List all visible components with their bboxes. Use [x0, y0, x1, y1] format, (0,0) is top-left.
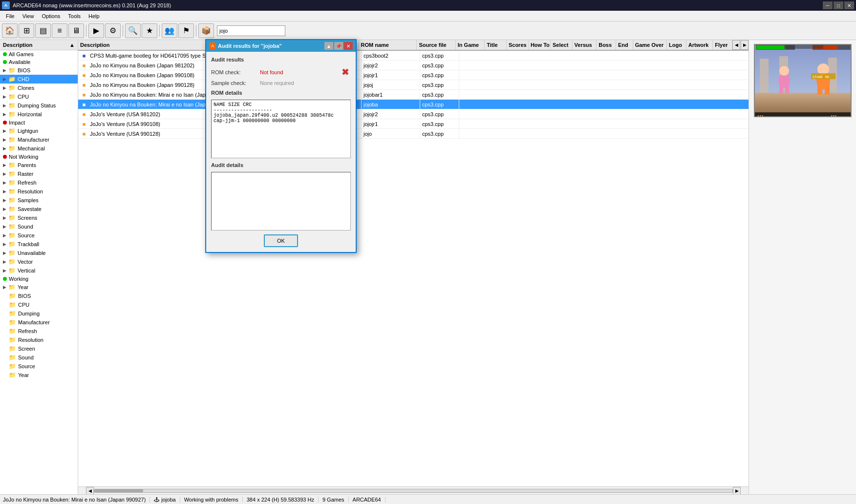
col-header-source[interactable]: Source file — [417, 40, 455, 50]
sidebar-item-year-sub[interactable]: 📁 Year — [0, 371, 78, 379]
close-button[interactable]: ✕ — [844, 1, 854, 9]
sidebar-item-cpu-sub[interactable]: 📁 CPU — [0, 300, 78, 309]
table-row[interactable]: ■ JoJo no Kimyou na Bouken (Japan 990128… — [78, 80, 749, 90]
dialog-pin-button[interactable]: 📌 — [334, 42, 343, 50]
sidebar-item-trackball[interactable]: ▶ 📁 Trackball — [0, 240, 78, 249]
sidebar-item-unavailable[interactable]: ▶ 📁 Unavailable — [0, 249, 78, 257]
sidebar-item-available[interactable]: Available — [0, 58, 78, 66]
available-dot — [3, 60, 7, 64]
sidebar-item-bios[interactable]: ▶ 📁 BIOS — [0, 66, 78, 75]
sidebar-item-chd[interactable]: ▶ 📁 CHD — [0, 75, 78, 84]
sidebar-item-all-games[interactable]: All Games — [0, 50, 78, 58]
toolbar-list-button[interactable]: ▤ — [35, 23, 51, 38]
col-header-gameover[interactable]: Game Over — [633, 40, 667, 50]
toolbar-people-button[interactable]: 👥 — [162, 23, 177, 38]
col-header-boss[interactable]: Boss — [597, 40, 616, 50]
sidebar-item-raster[interactable]: ▶ 📁 Raster — [0, 169, 78, 178]
sidebar-item-mechanical[interactable]: ▶ 📁 Mechanical — [0, 144, 78, 153]
col-header-flyer[interactable]: Flyer — [713, 40, 732, 50]
audit-details-box[interactable] — [211, 172, 351, 231]
dialog-close-button[interactable]: ✕ — [344, 42, 353, 50]
sidebar-item-resolution[interactable]: ▶ 📁 Resolution — [0, 187, 78, 196]
sidebar-item-not-working[interactable]: Not Working — [0, 153, 78, 161]
scroll-thumb[interactable] — [94, 489, 143, 492]
sidebar-item-refresh-sub[interactable]: 📁 Refresh — [0, 327, 78, 336]
td-rom-2: jojojr1 — [362, 70, 420, 80]
menu-options[interactable]: Options — [38, 12, 64, 20]
table-row[interactable]: ■ JoJo no Kimyou na Bouken: Mirai e no I… — [78, 90, 749, 100]
toolbar-pack-button[interactable]: 📦 — [198, 23, 214, 38]
toolbar-table-button[interactable]: ≡ — [52, 23, 67, 38]
toolbar-play-button[interactable]: ▶ — [88, 23, 104, 38]
sidebar-item-screen-sub[interactable]: 📁 Screen — [0, 344, 78, 353]
sidebar-item-cpu[interactable]: ▶ 📁 CPU — [0, 92, 78, 101]
toolbar-home-button[interactable]: 🏠 — [2, 23, 18, 38]
sidebar-item-lightgun[interactable]: ▶ 📁 Lightgun — [0, 126, 78, 135]
table-row[interactable]: ■ JoJo's Venture (USA 990128) jojo cps3.… — [78, 129, 749, 139]
col-header-end[interactable]: End — [616, 40, 633, 50]
sidebar-item-impact[interactable]: Impact — [0, 119, 78, 126]
col-header-logo[interactable]: Logo — [667, 40, 686, 50]
sidebar-item-year[interactable]: ▶ 📁 Year — [0, 283, 78, 292]
sidebar-item-manufacturer[interactable]: ▶ 📁 Manufacturer — [0, 135, 78, 144]
toolbar-star-button[interactable]: ★ — [142, 23, 157, 38]
window-controls: ─ □ ✕ — [823, 1, 854, 9]
sidebar-item-horizontal[interactable]: ▶ 📁 Horizontal — [0, 110, 78, 119]
sidebar-item-samples[interactable]: ▶ 📁 Samples — [0, 196, 78, 205]
menu-help[interactable]: Help — [85, 12, 104, 20]
scroll-track[interactable] — [94, 489, 733, 493]
sidebar-item-working[interactable]: Working — [0, 275, 78, 283]
sidebar-item-source[interactable]: ▶ 📁 Source — [0, 231, 78, 240]
toolbar-settings-button[interactable]: ⚙ — [105, 23, 121, 38]
table-row[interactable]: ■ JoJo no Kimyou na Bouken (Japan 981202… — [78, 61, 749, 70]
dialog-collapse-button[interactable]: ▲ — [324, 42, 333, 50]
menu-tools[interactable]: Tools — [64, 12, 85, 20]
col-header-ingame[interactable]: In Game — [456, 40, 485, 50]
toolbar-flag-button[interactable]: ⚑ — [178, 23, 194, 38]
table-row[interactable]: ■ JoJo no Kimyou na Bouken (Japan 990108… — [78, 70, 749, 80]
sidebar-item-refresh[interactable]: ▶ 📁 Refresh — [0, 178, 78, 187]
minimize-button[interactable]: ─ — [823, 1, 833, 9]
menu-view[interactable]: View — [19, 12, 38, 20]
toolbar-search-button[interactable]: 🔍 — [125, 23, 141, 38]
menu-file[interactable]: File — [2, 12, 19, 20]
search-input[interactable] — [217, 25, 285, 36]
col-header-title[interactable]: Title — [485, 40, 507, 50]
scroll-right-button[interactable]: ▶ — [733, 487, 741, 495]
dialog-ok-button[interactable]: OK — [264, 234, 298, 247]
sidebar-item-manufacturer-sub[interactable]: 📁 Manufacturer — [0, 318, 78, 327]
table-row[interactable]: ■ JoJo's Venture (USA 990108) jojojr1 cp… — [78, 119, 749, 129]
toolbar-monitor-button[interactable]: 🖥 — [68, 23, 84, 38]
col-nav-right[interactable]: ▶ — [741, 40, 749, 50]
sidebar-item-savestate[interactable]: ▶ 📁 Savestate — [0, 205, 78, 213]
table-row-selected[interactable]: ■ JoJo no Kimyou na Bouken: Mirai e no I… — [78, 100, 749, 109]
scroll-left-button[interactable]: ◀ — [86, 487, 94, 495]
sidebar-item-clones[interactable]: ▶ 📁 Clones — [0, 84, 78, 92]
sidebar-item-source-sub[interactable]: 📁 Source — [0, 362, 78, 371]
col-header-howto[interactable]: How To — [529, 40, 551, 50]
sidebar-item-parents[interactable]: ▶ 📁 Parents — [0, 161, 78, 169]
sidebar-item-dumping[interactable]: ▶ 📁 Dumping Status — [0, 101, 78, 110]
col-header-versus[interactable]: Versus — [573, 40, 597, 50]
rom-details-box[interactable]: NAME SIZE CRC -------------------- jojob… — [211, 100, 351, 158]
sidebar-item-sound-sub[interactable]: 📁 Sound — [0, 353, 78, 362]
table-row[interactable]: ■ JoJo's Venture (USA 981202) jojojr2 cp… — [78, 109, 749, 119]
dumping-sub-icon: 📁 — [9, 310, 16, 317]
col-header-rom[interactable]: ROM name — [359, 40, 417, 50]
sidebar-item-screens[interactable]: ▶ 📁 Screens — [0, 213, 78, 222]
sidebar-item-vector[interactable]: ▶ 📁 Vector — [0, 257, 78, 266]
table-row[interactable]: ■ CPS3 Multi-game bootleg for HD6417095 … — [78, 51, 749, 61]
toolbar-grid-button[interactable]: ⊞ — [19, 23, 34, 38]
sidebar-item-bios-sub[interactable]: 📁 BIOS — [0, 292, 78, 300]
sidebar-item-dumping-sub[interactable]: 📁 Dumping — [0, 309, 78, 318]
sidebar-item-sound[interactable]: ▶ 📁 Sound — [0, 222, 78, 231]
sidebar-item-resolution-sub[interactable]: 📁 Resolution — [0, 336, 78, 344]
sidebar-item-vertical[interactable]: ▶ 📁 Vertical — [0, 266, 78, 275]
maximize-button[interactable]: □ — [834, 1, 843, 9]
col-header-scores[interactable]: Scores — [507, 40, 529, 50]
horizontal-scrollbar[interactable]: ◀ ▶ — [78, 486, 749, 494]
col-header-select[interactable]: Select — [551, 40, 573, 50]
col-header-artwork[interactable]: Artwork — [686, 40, 713, 50]
sidebar-collapse-icon[interactable]: ▲ — [69, 42, 75, 48]
col-nav-left[interactable]: ◀ — [732, 40, 740, 50]
